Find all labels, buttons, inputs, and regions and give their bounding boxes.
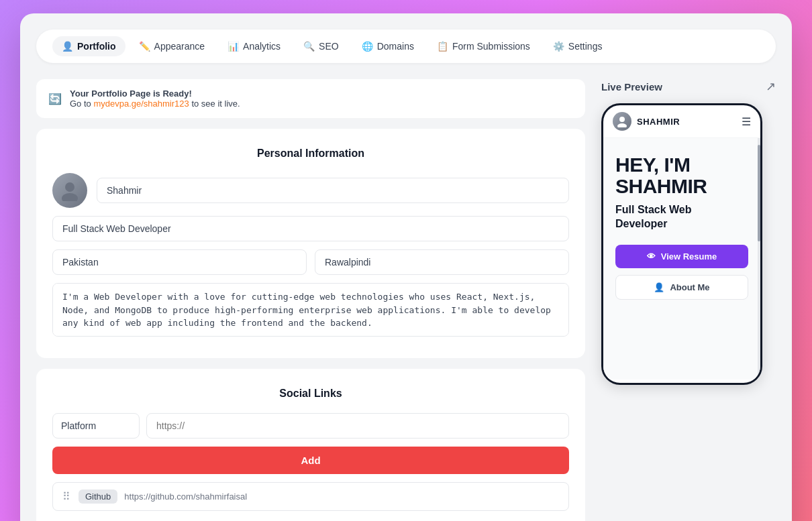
nav-domains[interactable]: 🌐 Domains (352, 36, 423, 56)
social-link-item: ⠿ Github https://github.com/shahmirfaisa… (52, 482, 569, 511)
phone-name: SHAHMIR (637, 117, 680, 127)
platform-select[interactable]: Platform Github LinkedIn Twitter Instagr… (52, 413, 140, 439)
avatar[interactable] (52, 173, 87, 208)
right-panel: Live Preview ↗ SHAHMIR (601, 79, 776, 521)
portfolio-icon: 👤 (62, 41, 73, 52)
eye-icon: 👁 (647, 251, 656, 262)
svg-point-2 (619, 117, 625, 122)
country-input[interactable] (52, 249, 307, 275)
domains-icon: 🌐 (362, 41, 373, 52)
left-panel: 🔄 Your Portfolio Page is Ready! Go to my… (36, 79, 585, 521)
nav-settings[interactable]: ⚙️ Settings (544, 36, 612, 56)
social-links-card: Social Links Platform Github LinkedIn Tw… (36, 369, 585, 521)
city-input[interactable] (315, 249, 569, 275)
name-input[interactable] (97, 178, 569, 203)
location-row (52, 249, 569, 275)
live-preview-header: Live Preview ↗ (601, 79, 776, 94)
portfolio-link[interactable]: mydevpa.ge/shahmir123 (93, 99, 189, 109)
nav-form-submissions[interactable]: 📋 Form Submissions (427, 36, 540, 56)
phone-nav-left: SHAHMIR (613, 112, 680, 131)
add-button[interactable]: Add (52, 447, 569, 474)
person-icon: 👤 (654, 282, 664, 292)
analytics-icon: 📊 (227, 41, 239, 52)
social-input-row: Platform Github LinkedIn Twitter Instagr… (52, 413, 569, 439)
phone-content: HEY, I'M SHAHMIR Full Stack Web Develope… (603, 138, 760, 380)
nav-appearance[interactable]: ✏️ Appearance (130, 36, 215, 56)
drag-handle[interactable]: ⠿ (62, 490, 70, 503)
external-link-icon[interactable]: ↗ (766, 79, 776, 94)
bio-textarea[interactable]: I'm a Web Developer with a love for cutt… (52, 283, 569, 337)
phone-about-me-button[interactable]: 👤 About Me (615, 275, 748, 300)
svg-point-3 (617, 123, 627, 127)
phone-mockup: SHAHMIR ☰ HEY, I'M SHAHMIR Full Stack We… (601, 103, 762, 385)
content-layout: 🔄 Your Portfolio Page is Ready! Go to my… (36, 79, 776, 521)
seo-icon: 🔍 (303, 41, 315, 52)
phone-avatar (613, 112, 631, 131)
phone-subtitle: Full Stack Web Developer (615, 203, 748, 231)
nav-portfolio[interactable]: 👤 Portfolio (52, 36, 125, 56)
avatar-row (52, 173, 569, 208)
nav-seo[interactable]: 🔍 SEO (294, 36, 348, 56)
notification-banner: 🔄 Your Portfolio Page is Ready! Go to my… (36, 79, 585, 118)
avatar-image (52, 173, 87, 208)
phone-hero-text: HEY, I'M SHAHMIR (615, 154, 748, 196)
url-input[interactable] (146, 413, 569, 439)
settings-icon: ⚙️ (553, 41, 564, 52)
phone-menu-icon[interactable]: ☰ (742, 115, 751, 128)
appearance-icon: ✏️ (139, 41, 150, 52)
live-preview-title: Live Preview (601, 81, 662, 93)
nav-analytics[interactable]: 📊 Analytics (218, 36, 290, 56)
svg-point-0 (65, 182, 74, 192)
personal-info-card: Personal Information (36, 129, 585, 358)
nav-bar: 👤 Portfolio ✏️ Appearance 📊 Analytics 🔍 … (36, 30, 776, 63)
phone-nav: SHAHMIR ☰ (603, 105, 760, 138)
social-url: https://github.com/shahmirfaisal (124, 491, 247, 502)
title-input[interactable] (52, 216, 569, 241)
svg-point-1 (62, 193, 78, 201)
form-submissions-icon: 📋 (437, 41, 448, 52)
notification-text: Your Portfolio Page is Ready! Go to myde… (70, 89, 240, 109)
platform-badge: Github (79, 489, 117, 504)
notification-icon: 🔄 (48, 93, 62, 105)
phone-scrollbar (758, 138, 760, 380)
personal-info-title: Personal Information (52, 148, 569, 160)
social-links-title: Social Links (52, 388, 569, 400)
phone-view-resume-button[interactable]: 👁 View Resume (615, 245, 748, 268)
